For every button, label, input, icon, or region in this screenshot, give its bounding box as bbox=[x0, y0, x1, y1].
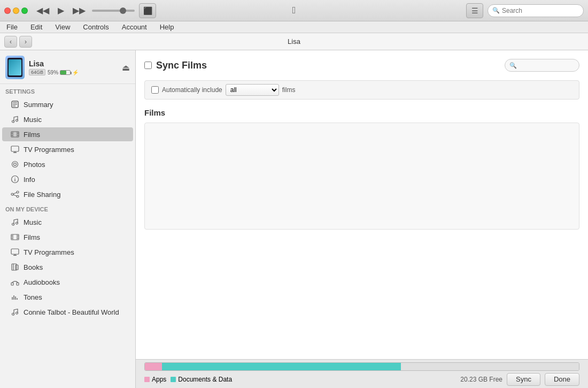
sidebar-label-photos: Photos bbox=[24, 161, 45, 169]
device-screen bbox=[7, 58, 22, 77]
forward-button[interactable]: › bbox=[19, 36, 32, 48]
sidebar-item-file-sharing[interactable]: File Sharing bbox=[2, 187, 133, 201]
titlebar: ◀◀ ▶ ▶▶ ⬛  ☰ 🔍 bbox=[0, 0, 588, 21]
minimize-button[interactable] bbox=[13, 7, 19, 14]
search-box: 🔍 bbox=[488, 4, 584, 17]
list-view-button[interactable]: ☰ bbox=[466, 3, 483, 18]
sync-search-box: 🔍 bbox=[505, 59, 579, 72]
device-icon bbox=[5, 56, 25, 79]
menubar: File Edit View Controls Account Help bbox=[0, 21, 588, 33]
sidebar-item-info[interactable]: i Info bbox=[2, 172, 133, 186]
volume-slider[interactable] bbox=[92, 10, 135, 12]
sidebar-item-device-tv[interactable]: TV Programmes bbox=[2, 245, 133, 259]
device-info: Lisa 64GB 59% ⚡ bbox=[29, 59, 118, 75]
apps-label-text: Apps bbox=[152, 376, 166, 383]
sidebar-label-info: Info bbox=[24, 176, 35, 184]
device-tv-icon bbox=[11, 248, 19, 256]
auto-include-select[interactable]: all bbox=[226, 84, 279, 96]
battery-bar bbox=[60, 70, 71, 75]
sync-button[interactable]: Sync bbox=[507, 373, 540, 386]
films-icon bbox=[11, 130, 19, 139]
svg-rect-6 bbox=[11, 132, 19, 137]
device-header: Lisa 64GB 59% ⚡ ⏏ bbox=[0, 50, 135, 84]
music-icon bbox=[11, 115, 19, 124]
device-name: Lisa bbox=[29, 59, 118, 68]
sidebar-item-device-music[interactable]: Music bbox=[2, 215, 133, 229]
settings-section-header: Settings bbox=[0, 84, 135, 97]
back-button[interactable]: ‹ bbox=[4, 36, 17, 48]
list-icon: ☰ bbox=[471, 6, 478, 15]
films-section-title: Films bbox=[144, 108, 579, 117]
menu-file[interactable]: File bbox=[4, 22, 20, 32]
apple-logo:  bbox=[292, 5, 296, 16]
apps-dot bbox=[144, 377, 150, 382]
films-grid bbox=[144, 123, 579, 230]
sidebar-label-summary: Summary bbox=[24, 101, 53, 109]
auto-include-checkbox[interactable] bbox=[151, 86, 159, 94]
navbar-title: Lisa bbox=[288, 37, 300, 45]
info-icon: i bbox=[11, 175, 19, 184]
file-sharing-icon bbox=[11, 190, 19, 199]
sidebar-item-tv[interactable]: TV Programmes bbox=[2, 142, 133, 156]
apps-segment bbox=[145, 363, 162, 370]
sidebar-item-device-books[interactable]: Books bbox=[2, 260, 133, 274]
device-music-icon bbox=[11, 218, 19, 226]
menu-controls[interactable]: Controls bbox=[81, 22, 111, 32]
sidebar-label-tv: TV Programmes bbox=[24, 146, 74, 154]
sync-header: Sync Films 🔍 bbox=[144, 59, 579, 72]
sync-films-checkbox[interactable] bbox=[144, 62, 152, 69]
svg-rect-13 bbox=[11, 146, 19, 151]
eject-button[interactable]: ⏏ bbox=[122, 63, 130, 73]
tv-icon bbox=[11, 145, 19, 154]
sidebar-label-device-tones: Tones bbox=[24, 293, 42, 301]
menu-help[interactable]: Help bbox=[158, 22, 176, 32]
sidebar-item-device-films[interactable]: Films bbox=[2, 230, 133, 244]
prev-button[interactable]: ◀◀ bbox=[34, 4, 51, 17]
device-films-icon bbox=[11, 233, 19, 241]
menu-account[interactable]: Account bbox=[120, 22, 149, 32]
battery-percent: 59% bbox=[48, 70, 58, 75]
search-icon: 🔍 bbox=[492, 7, 500, 14]
sidebar-item-photos[interactable]: Photos bbox=[2, 157, 133, 171]
docs-dot bbox=[171, 377, 176, 382]
svg-rect-27 bbox=[11, 234, 19, 240]
menu-edit[interactable]: Edit bbox=[28, 22, 44, 32]
books-icon bbox=[11, 263, 19, 271]
audiobooks-icon bbox=[11, 278, 19, 286]
sidebar-item-films[interactable]: Films bbox=[2, 127, 133, 141]
apps-label: Apps bbox=[144, 376, 166, 383]
sidebar-label-device-films: Films bbox=[24, 233, 40, 241]
sidebar-item-summary[interactable]: Summary bbox=[2, 97, 133, 111]
device-screen-inner bbox=[9, 59, 21, 75]
sidebar-item-device-audiobooks[interactable]: Audiobooks bbox=[2, 275, 133, 289]
docs-label: Documents & Data bbox=[171, 376, 232, 383]
window-controls bbox=[4, 7, 28, 14]
sidebar-label-device-tv: TV Programmes bbox=[24, 248, 74, 256]
close-button[interactable] bbox=[4, 7, 11, 14]
sidebar-item-device-tones[interactable]: Tones bbox=[2, 290, 133, 304]
svg-line-24 bbox=[13, 195, 17, 196]
volume-thumb bbox=[120, 7, 126, 14]
maximize-button[interactable] bbox=[21, 7, 28, 14]
airplay-icon: ⬛ bbox=[143, 6, 152, 15]
next-button[interactable]: ▶▶ bbox=[71, 4, 88, 17]
svg-point-17 bbox=[14, 163, 17, 166]
docs-label-text: Documents & Data bbox=[178, 376, 232, 383]
airplay-button[interactable]: ⬛ bbox=[139, 3, 156, 18]
svg-point-20 bbox=[11, 193, 13, 195]
svg-point-26 bbox=[16, 222, 18, 224]
search-input[interactable] bbox=[502, 7, 579, 14]
battery-fill bbox=[60, 71, 66, 74]
bottom-bar: Apps Documents & Data 20.23 GB Free Sync… bbox=[136, 359, 588, 388]
svg-point-21 bbox=[17, 191, 19, 193]
sidebar-label-device-connie: Connie Talbot - Beautiful World bbox=[24, 308, 119, 316]
sidebar-label-music: Music bbox=[24, 116, 42, 124]
sidebar-item-music[interactable]: Music bbox=[2, 112, 133, 126]
done-button[interactable]: Done bbox=[545, 373, 579, 386]
svg-text:i: i bbox=[14, 177, 16, 182]
sidebar-label-device-books: Books bbox=[24, 263, 43, 271]
play-button[interactable]: ▶ bbox=[56, 4, 66, 17]
svg-point-22 bbox=[17, 195, 19, 197]
sidebar-item-device-connie[interactable]: Connie Talbot - Beautiful World bbox=[2, 305, 133, 319]
menu-view[interactable]: View bbox=[53, 22, 72, 32]
